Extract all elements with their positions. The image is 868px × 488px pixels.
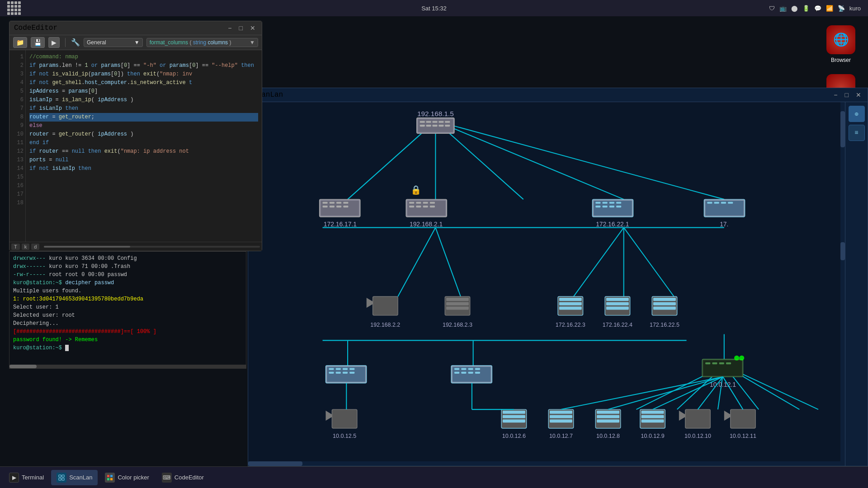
chat-icon: 💬	[814, 5, 821, 12]
scanlan-scrollbar-horizontal[interactable]	[248, 461, 840, 466]
svg-rect-31	[426, 125, 431, 127]
term-line-7: Select user: 1	[13, 303, 242, 311]
minimize-button[interactable]: −	[226, 24, 233, 32]
svg-point-126	[739, 356, 744, 361]
sl-maximize-button[interactable]: □	[843, 91, 850, 99]
svg-rect-29	[445, 121, 450, 123]
svg-rect-76	[373, 296, 398, 315]
svg-rect-168	[62, 478, 64, 480]
maximize-button[interactable]: □	[237, 24, 245, 32]
network-map[interactable]: 192.168.1.5	[248, 102, 868, 466]
func-label: format_columns ( string columns )	[150, 39, 231, 46]
svg-rect-71	[707, 202, 712, 204]
terminal-scrollbar-thumb[interactable]	[9, 365, 37, 368]
terminal-content: drwxrwx--- kuro kuro 3634 00:00 Config d…	[9, 252, 246, 355]
svg-rect-40	[343, 202, 348, 204]
svg-rect-62	[609, 202, 614, 204]
svg-rect-27	[432, 121, 437, 123]
tab-indicator-d[interactable]: d	[31, 244, 39, 250]
svg-text:172.16.22.3: 172.16.22.3	[556, 322, 585, 328]
taskbar-item-scanlan[interactable]: ScanLan	[51, 470, 98, 485]
scanlan-tool-target[interactable]: ⊕	[849, 106, 865, 122]
desktop-icon-browser[interactable]: 🌐 Browser	[823, 25, 859, 63]
svg-rect-171	[107, 478, 109, 480]
svg-rect-91	[606, 302, 629, 305]
monitor-icon: 📺	[779, 5, 787, 12]
svg-rect-148	[597, 419, 619, 422]
clock: Sat 15:32	[421, 5, 447, 12]
app-grid-icon[interactable]	[7, 1, 21, 15]
term-line-12: kuro@station:~$	[13, 344, 242, 352]
terminal-panel[interactable]: drwxrwx--- kuro kuro 3634 00:00 Config d…	[9, 251, 246, 369]
taskbar-item-terminal[interactable]: ▶ Terminal	[4, 470, 49, 485]
circle-icon: ⬤	[791, 5, 798, 12]
general-selector[interactable]: General ▼	[84, 38, 143, 47]
term-line-1: drwxrwx--- kuro kuro 3634 00:00 Config	[13, 254, 242, 263]
svg-rect-66	[609, 206, 614, 207]
svg-rect-108	[349, 372, 354, 374]
scanlan-scroll-x-thumb[interactable]	[248, 461, 302, 466]
wifi-icon: 📶	[826, 5, 833, 12]
svg-rect-67	[616, 206, 621, 207]
taskbar-item-codeeditor[interactable]: ⌨ CodeEditor	[156, 470, 209, 485]
svg-text:10.0.12.11: 10.0.12.11	[730, 433, 756, 439]
scanlan-side-toolbar: ⊕ ≡	[845, 102, 868, 466]
svg-rect-54	[416, 206, 421, 207]
sl-minimize-button[interactable]: −	[832, 91, 839, 99]
svg-rect-52	[430, 202, 435, 204]
sl-close-button[interactable]: ✕	[854, 91, 863, 99]
tab-indicator-k[interactable]: k	[22, 244, 30, 250]
general-label: General	[87, 39, 106, 46]
svg-text:172.16.22.4: 172.16.22.4	[603, 322, 632, 328]
svg-rect-30	[420, 125, 425, 127]
taskbar-item-colorpicker[interactable]: Color picker	[99, 470, 154, 485]
save-button[interactable]: 💾	[31, 37, 45, 48]
browser-label: Browser	[831, 57, 851, 63]
taskbar: ▶ Terminal ScanLan Color picker ⌨ CodeEd…	[0, 466, 868, 488]
svg-rect-53	[409, 206, 414, 207]
term-line-8: Selected user: root	[13, 311, 242, 319]
svg-rect-82	[446, 306, 469, 310]
code-editor-controls: − □ ✕	[226, 24, 257, 32]
svg-text:192.168.2.1: 192.168.2.1	[410, 221, 443, 228]
svg-rect-34	[445, 125, 450, 127]
svg-rect-112	[461, 368, 466, 370]
svg-rect-147	[597, 415, 619, 418]
svg-rect-141	[550, 415, 572, 418]
browser-icon: 🌐	[826, 25, 855, 54]
svg-text:10.0.12.8: 10.0.12.8	[596, 433, 620, 439]
svg-rect-165	[59, 475, 61, 477]
scanlan-tool-list[interactable]: ≡	[849, 125, 865, 141]
svg-rect-102	[336, 368, 341, 370]
svg-rect-38	[330, 202, 335, 204]
tab-indicator-t[interactable]: T	[11, 244, 20, 250]
terminal-scrollbar[interactable]	[9, 365, 246, 368]
svg-text:10.0.12.6: 10.0.12.6	[502, 433, 526, 439]
code-area[interactable]: 12345 678910 1112131415 161718 //command…	[9, 50, 262, 242]
svg-rect-81	[446, 302, 469, 305]
svg-rect-157	[685, 409, 711, 428]
svg-rect-86	[559, 302, 582, 305]
svg-rect-105	[329, 372, 334, 374]
code-editor-titlebar: CodeEditor − □ ✕	[9, 21, 262, 35]
svg-point-125	[734, 356, 739, 361]
run-button[interactable]: ▶	[48, 37, 60, 48]
svg-rect-65	[603, 206, 608, 207]
code-scrollbar-thumb[interactable]	[44, 246, 130, 248]
svg-rect-106	[336, 372, 341, 374]
svg-rect-115	[454, 372, 459, 374]
open-folder-button[interactable]: 📁	[13, 37, 27, 48]
svg-rect-90	[606, 298, 629, 301]
shield-icon: 🛡	[769, 5, 775, 12]
term-line-9: Deciphering...	[13, 319, 242, 328]
term-line-10: [################################]==[ 10…	[13, 328, 242, 336]
network-svg: 192.168.1.5	[248, 102, 868, 466]
svg-text:172.16.17.1: 172.16.17.1	[324, 221, 357, 228]
close-button[interactable]: ✕	[248, 24, 257, 32]
username: kuro	[849, 5, 861, 12]
svg-rect-133	[503, 411, 525, 414]
svg-rect-95	[653, 298, 676, 301]
svg-rect-117	[468, 372, 473, 374]
function-selector[interactable]: format_columns ( string columns ) ▼	[146, 38, 258, 47]
svg-rect-123	[719, 362, 724, 364]
